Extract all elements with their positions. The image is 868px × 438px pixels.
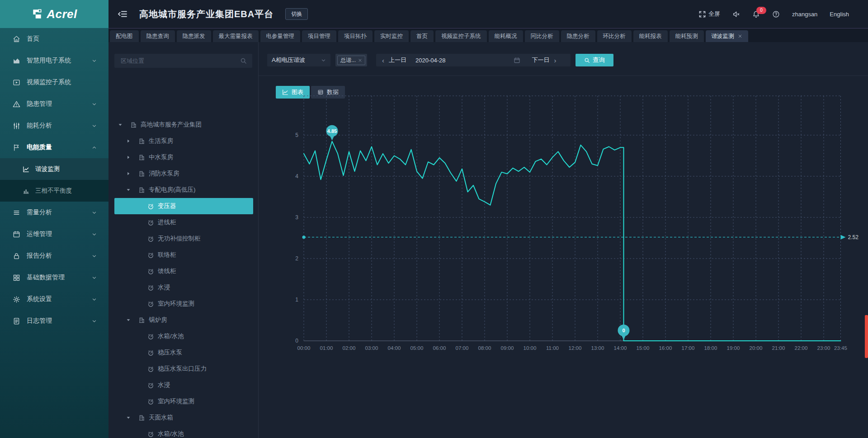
tab-能耗预测[interactable]: 能耗预测 [670, 30, 704, 42]
tab-label: 视频监控子系统 [441, 30, 481, 42]
sidebar-item-电能质量[interactable]: 电能质量 [0, 137, 108, 158]
tree-node-水箱/水池[interactable]: 水箱/水池 [114, 426, 253, 438]
sidebar-item-日志管理[interactable]: 日志管理 [0, 310, 108, 332]
metric-tag[interactable]: 总谐... [337, 56, 365, 65]
sidebar-item-首页[interactable]: 首页 [0, 28, 108, 50]
gauge-icon [147, 431, 154, 438]
x-axis-tick: 08:00 [478, 345, 491, 351]
tree-search-input[interactable] [120, 57, 240, 65]
calendar-icon[interactable] [514, 57, 520, 64]
tree-node-变压器[interactable]: 变压器 [114, 198, 253, 214]
tab-配电图[interactable]: 配电图 [110, 30, 139, 42]
caret-down-icon[interactable] [126, 415, 131, 420]
next-day-arrow-icon[interactable]: › [554, 57, 557, 64]
gauge-icon [147, 333, 154, 340]
mute-button[interactable] [732, 10, 740, 18]
tab-项目拓扑[interactable]: 项目拓扑 [338, 30, 373, 42]
prev-day-arrow-icon[interactable]: ‹ [382, 57, 384, 64]
caret-right-icon[interactable] [126, 155, 131, 160]
prev-day-button[interactable]: 上一日 [389, 56, 406, 64]
tree-node-馈线柜[interactable]: 馈线柜 [114, 263, 253, 279]
tree-node-无功补偿控制柜[interactable]: 无功补偿控制柜 [114, 231, 253, 247]
next-day-button[interactable]: 下一日 [532, 56, 550, 64]
close-tab-icon[interactable] [738, 34, 742, 38]
caret-down-icon[interactable] [118, 122, 123, 127]
tree-node-专配电房(高低压)[interactable]: 专配电房(高低压) [114, 182, 253, 198]
tree-node-label: 锅炉房 [149, 316, 167, 324]
header-actions: 全屏 0 zhangsan English [698, 10, 849, 18]
sidebar-item-报告分析[interactable]: 报告分析 [0, 245, 108, 267]
sidebar-subitem-三相不平衡度[interactable]: 三相不平衡度 [0, 180, 108, 202]
help-button[interactable] [772, 10, 780, 18]
scrollbar-thumb[interactable] [865, 315, 868, 358]
tab-电参量管理[interactable]: 电参量管理 [260, 30, 301, 42]
tab-label: 首页 [416, 30, 428, 42]
tree-node-label: 高地城市服务产业集团 [141, 121, 202, 129]
sidebar-subitem-谐波监测[interactable]: 谐波监测 [0, 158, 108, 180]
tab-首页[interactable]: 首页 [410, 30, 434, 42]
tree-node-label: 室内环境监测 [158, 300, 194, 308]
tree-node-进线柜[interactable]: 进线柜 [114, 214, 253, 231]
tree-node-水箱/水池[interactable]: 水箱/水池 [114, 328, 253, 344]
user-menu[interactable]: zhangsan [792, 11, 817, 18]
tab-最大需量报表[interactable]: 最大需量报表 [213, 30, 259, 42]
tree-node-中水泵房[interactable]: 中水泵房 [114, 149, 253, 165]
tab-隐患分析[interactable]: 隐患分析 [561, 30, 595, 42]
close-icon[interactable] [358, 58, 362, 62]
tab-隐患查询[interactable]: 隐患查询 [141, 30, 175, 42]
flag-icon [13, 144, 20, 151]
tree-node-label: 无功补偿控制柜 [158, 235, 201, 243]
sidebar-item-隐患管理[interactable]: 隐患管理 [0, 93, 108, 115]
caret-down-icon[interactable] [126, 187, 131, 193]
sidebar-item-系统设置[interactable]: 系统设置 [0, 288, 108, 310]
tab-隐患派发[interactable]: 隐患派发 [177, 30, 211, 42]
gauge-icon [147, 203, 154, 210]
logo-text: Acrel [47, 7, 77, 21]
fullscreen-button[interactable]: 全屏 [698, 10, 720, 18]
tree-node-室内环境监测[interactable]: 室内环境监测 [114, 393, 253, 410]
tree-node-锅炉房[interactable]: 锅炉房 [114, 312, 253, 328]
tab-环比分析[interactable]: 环比分析 [597, 30, 632, 42]
tree-node-水浸[interactable]: 水浸 [114, 279, 253, 296]
metric-select[interactable]: A相电压谐波 [267, 54, 330, 66]
tree-node-稳压水泵[interactable]: 稳压水泵 [114, 344, 253, 361]
tree-node-天面水箱[interactable]: 天面水箱 [114, 410, 253, 426]
caret-right-icon[interactable] [126, 138, 131, 144]
x-axis-tick: 00:00 [297, 345, 311, 351]
building-icon [138, 138, 145, 145]
sidebar-item-视频监控子系统[interactable]: 视频监控子系统 [0, 71, 108, 93]
tab-同比分析[interactable]: 同比分析 [525, 30, 559, 42]
caret-down-icon[interactable] [126, 317, 131, 323]
tab-谐波监测[interactable]: 谐波监测 [706, 30, 748, 42]
tree-node-水浸[interactable]: 水浸 [114, 377, 253, 393]
sidebar-item-基础数据管理[interactable]: 基础数据管理 [0, 267, 108, 288]
switch-project-button[interactable]: 切换 [285, 8, 308, 20]
tab-实时监控[interactable]: 实时监控 [374, 30, 409, 42]
tree-node-生活泵房[interactable]: 生活泵房 [114, 133, 253, 149]
sidebar-item-需量分析[interactable]: 需量分析 [0, 202, 108, 223]
tree-node-室内环境监测[interactable]: 室内环境监测 [114, 296, 253, 312]
sidebar-item-智慧用电子系统[interactable]: 智慧用电子系统 [0, 50, 108, 71]
gauge-icon [147, 349, 154, 356]
collapse-sidebar-icon[interactable] [118, 9, 127, 19]
building-icon [138, 154, 145, 161]
tree-node-联络柜[interactable]: 联络柜 [114, 247, 253, 263]
tab-能耗报表[interactable]: 能耗报表 [633, 30, 668, 42]
tab-label: 项目管理 [308, 30, 330, 42]
tree-node-消防水泵房[interactable]: 消防水泵房 [114, 165, 253, 182]
language-switch[interactable]: English [830, 11, 849, 18]
tab-能耗概况[interactable]: 能耗概况 [489, 30, 523, 42]
x-axis-tick: 23:45 [834, 345, 847, 351]
notifications-button[interactable]: 0 [752, 10, 760, 18]
open-tabs-bar: 配电图隐患查询隐患派发最大需量报表电参量管理项目管理项目拓扑实时监控首页视频监控… [108, 28, 868, 42]
tab-视频监控子系统[interactable]: 视频监控子系统 [435, 30, 487, 42]
harmonics-line-chart: 01234500:0001:0002:0003:0004:0005:0006:0… [262, 81, 866, 359]
sidebar-item-能耗分析[interactable]: 能耗分析 [0, 115, 108, 137]
tree-node-稳压水泵出口压力[interactable]: 稳压水泵出口压力 [114, 361, 253, 377]
date-field[interactable]: 2020-04-28 [415, 57, 446, 64]
tree-node-高地城市服务产业集团[interactable]: 高地城市服务产业集团 [114, 117, 253, 133]
query-button[interactable]: 查询 [576, 54, 613, 66]
caret-right-icon[interactable] [126, 171, 131, 176]
sidebar-item-运维管理[interactable]: 运维管理 [0, 223, 108, 245]
tab-项目管理[interactable]: 项目管理 [302, 30, 336, 42]
